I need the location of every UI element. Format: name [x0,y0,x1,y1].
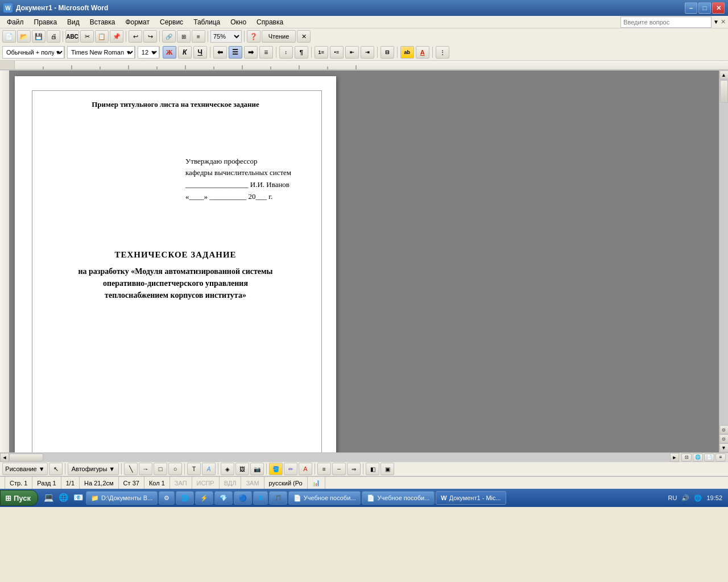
select-button[interactable]: ↖ [49,463,63,475]
help-input[interactable] [621,16,712,28]
save-button[interactable]: 💾 [32,30,46,43]
view-web-button[interactable]: 🌐 [693,454,703,462]
spell-button[interactable]: ABC [65,30,79,43]
print-button[interactable]: 🖨 [47,30,60,43]
menu-edit[interactable]: Правка [30,17,62,27]
numbering-button[interactable]: 1≡ [315,46,328,59]
taskbar-app-1[interactable]: 📁 D:\Документы В... [86,491,158,505]
taskbar-doc-1[interactable]: 📄 Учебное пособи... [288,491,361,505]
line-style-button[interactable]: ≡ [317,463,331,475]
hscroll-thumb[interactable] [9,454,43,462]
border-button[interactable]: ⊟ [380,46,394,59]
wordart-button[interactable]: A [202,463,216,475]
menu-table[interactable]: Таблица [189,17,225,27]
view-print-button[interactable]: 📄 [704,454,714,462]
align-center-button[interactable]: ☰ [229,46,242,59]
line-spacing-button[interactable]: ↕ [279,46,293,59]
start-button[interactable]: ⊞ Пуск [0,490,38,506]
font-select[interactable]: Times New Roman [67,46,135,59]
document-area[interactable]: Пример титульного листа на техническое з… [9,70,719,452]
scroll-down-button[interactable]: ▼ [719,443,729,452]
columns-button[interactable]: ≡ [192,30,205,43]
quicklaunch-2[interactable]: 🌐 [56,491,70,504]
scroll-track[interactable] [719,80,728,425]
taskbar-app-5[interactable]: 💎 [214,491,233,505]
taskbar-app-8[interactable]: 🎵 [269,491,287,505]
style-dropdown-icon[interactable]: ▼ [55,49,61,56]
new-button[interactable]: 📄 [2,30,16,43]
image-button[interactable]: 📷 [250,463,264,475]
view-normal-button[interactable]: ⊡ [681,454,692,462]
copy-button[interactable]: 📋 [95,30,109,43]
paste-button[interactable]: 📌 [110,30,123,43]
extra-btn[interactable]: ⋮ [436,46,449,59]
bold-button[interactable]: Ж [163,46,176,59]
menu-help[interactable]: Справка [252,17,288,27]
close-button[interactable]: ✕ [712,2,725,14]
quicklaunch-1[interactable]: 💻 [42,491,55,504]
shadow-button[interactable]: ◧ [366,463,379,475]
page-up-button[interactable]: ⊙ [719,425,729,434]
undo-button[interactable]: ↩ [129,30,142,43]
help-close-icon[interactable]: ✕ [721,18,726,26]
read-mode-button[interactable]: Чтение [262,30,296,43]
taskbar-app-7[interactable]: S [253,491,267,505]
hyperlink-button[interactable]: 🔗 [162,30,176,43]
diagram-button[interactable]: ◈ [221,463,234,475]
close-doc-button[interactable]: ✕ [297,30,311,43]
taskbar-doc-2[interactable]: 📄 Учебное пособи... [362,491,435,505]
hscroll-left-button[interactable]: ◄ [0,453,9,462]
open-button[interactable]: 📂 [17,30,31,43]
arrow-style-button[interactable]: ⇒ [347,463,361,475]
quicklaunch-3[interactable]: 📧 [71,491,85,504]
cut-button[interactable]: ✂ [80,30,94,43]
menu-insert[interactable]: Вставка [85,17,120,27]
align-left-button[interactable]: ⬅ [213,46,227,59]
minimize-button[interactable]: – [685,2,697,14]
underline-button[interactable]: Ч [193,46,207,59]
help-icon-button[interactable]: ❓ [247,30,260,43]
horizontal-scrollbar[interactable]: ◄ ► ⊡ 🌐 📄 ≡ [0,452,728,462]
taskbar-app-6[interactable]: 🔵 [234,491,252,505]
highlight-button[interactable]: ab [400,46,414,59]
dash-style-button[interactable]: ╌ [332,463,346,475]
3d-button[interactable]: ▣ [380,463,394,475]
menu-window[interactable]: Окно [226,17,251,27]
font-dropdown-icon[interactable]: ▼ [126,49,131,56]
menu-view[interactable]: Вид [63,17,84,27]
size-dropdown-icon[interactable]: ▼ [151,49,156,56]
taskbar-app-2[interactable]: ⚙ [159,491,175,505]
taskbar-app-3[interactable]: 🌐 [176,491,194,505]
bullets-button[interactable]: •≡ [330,46,344,59]
taskbar-word[interactable]: W Документ1 - Mic... [436,491,506,505]
clipart-button[interactable]: 🖼 [235,463,249,475]
view-outline-button[interactable]: ≡ [715,454,726,462]
indent-inc-button[interactable]: ⇥ [361,46,374,59]
line-button[interactable]: ╲ [124,463,138,475]
drawing-menu-button[interactable]: Рисование ▼ [2,463,48,475]
oval-button[interactable]: ○ [168,463,182,475]
hscroll-right-button[interactable]: ► [670,453,679,462]
font-color-2-button[interactable]: A [299,463,312,475]
menu-tools[interactable]: Сервис [155,17,188,27]
table-button[interactable]: ⊞ [177,30,191,43]
redo-button[interactable]: ↪ [143,30,157,43]
indent-dec-button[interactable]: ⇤ [345,46,359,59]
taskbar-app-4[interactable]: ⚡ [195,491,213,505]
autoshapes-button[interactable]: Автофигуры ▼ [68,463,119,475]
italic-button[interactable]: К [178,46,192,59]
scroll-up-button[interactable]: ▲ [719,70,729,80]
arrow-button[interactable]: → [139,463,152,475]
zoom-select[interactable]: 75% 100% [210,30,242,43]
show-marks-button[interactable]: ¶ [295,46,308,59]
fill-color-button[interactable]: 🪣 [269,463,283,475]
align-right-button[interactable]: ➡ [244,46,258,59]
menu-format[interactable]: Формат [121,17,154,27]
scroll-thumb[interactable] [720,80,728,103]
maximize-button[interactable]: □ [698,2,711,14]
align-justify-button[interactable]: ≡ [259,46,273,59]
page-down-button[interactable]: ⊙ [719,434,729,443]
textbox-button[interactable]: Т [187,463,201,475]
line-color-button[interactable]: ✏ [284,463,297,475]
menu-file[interactable]: Файл [2,17,28,27]
